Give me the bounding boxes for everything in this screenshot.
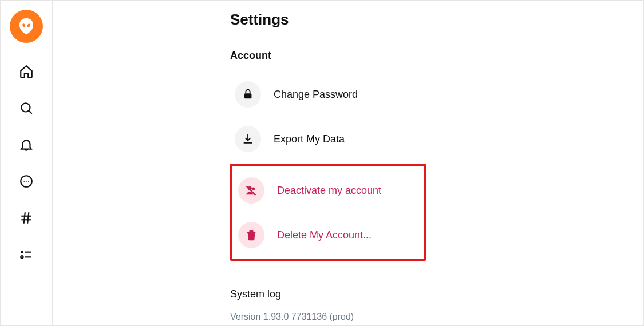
deactivate-account-label: Deactivate my account xyxy=(277,185,381,197)
left-nav-rail xyxy=(1,1,53,325)
page-header: Settings xyxy=(216,1,643,39)
svg-point-12 xyxy=(21,251,23,253)
home-icon xyxy=(19,64,34,79)
secondary-panel xyxy=(53,1,216,325)
svg-line-10 xyxy=(24,212,25,224)
export-data-label: Export My Data xyxy=(274,133,345,145)
bell-icon xyxy=(19,137,34,152)
danger-highlight-box: Deactivate my account Delete My Account.… xyxy=(230,164,426,261)
svg-line-3 xyxy=(29,111,32,114)
lock-icon xyxy=(235,81,261,108)
svg-point-7 xyxy=(28,181,29,182)
alien-icon xyxy=(17,17,36,36)
svg-point-18 xyxy=(252,188,255,190)
nav-hashtag[interactable] xyxy=(18,210,34,226)
avatar[interactable] xyxy=(10,10,43,43)
nav-home[interactable] xyxy=(18,63,34,79)
change-password-item[interactable]: Change Password xyxy=(230,72,630,117)
nav-notifications[interactable] xyxy=(18,137,34,153)
svg-point-2 xyxy=(21,103,30,112)
svg-line-11 xyxy=(27,212,29,224)
account-section-title: Account xyxy=(230,50,630,62)
chat-icon xyxy=(19,174,34,189)
svg-point-14 xyxy=(21,256,23,258)
delete-account-label: Delete My Account... xyxy=(277,229,372,241)
hashtag-icon xyxy=(19,210,34,225)
deactivate-account-item[interactable]: Deactivate my account xyxy=(234,168,422,213)
nav-messages[interactable] xyxy=(18,173,34,189)
export-data-item[interactable]: Export My Data xyxy=(230,117,630,161)
list-icon xyxy=(19,247,34,262)
download-icon xyxy=(235,126,261,152)
search-icon xyxy=(19,101,34,116)
deactivate-icon xyxy=(238,177,264,204)
page-title: Settings xyxy=(230,11,630,29)
settings-content: Account Change Password Export My Data xyxy=(216,39,643,322)
delete-account-item[interactable]: Delete My Account... xyxy=(234,213,422,257)
svg-point-5 xyxy=(23,181,25,182)
change-password-label: Change Password xyxy=(274,89,358,101)
svg-point-6 xyxy=(26,181,27,182)
version-text: Version 1.93.0 7731136 (prod) xyxy=(230,312,630,322)
nav-search[interactable] xyxy=(18,100,34,116)
main-panel: Settings Account Change Password Export … xyxy=(216,1,643,325)
trash-icon xyxy=(238,222,264,248)
nav-list[interactable] xyxy=(18,247,34,263)
svg-rect-16 xyxy=(244,93,252,98)
system-log-title: System log xyxy=(230,288,630,300)
